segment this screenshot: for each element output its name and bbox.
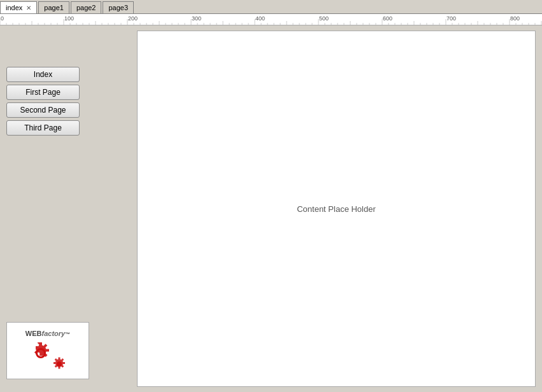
ruler (0, 14, 542, 25)
tab-page1[interactable]: page1 (38, 1, 69, 13)
gear-large-icon (29, 341, 53, 365)
left-panel: Index First Page Second Page Third Page … (0, 25, 137, 392)
tab-page3-label: page3 (108, 4, 128, 11)
first-page-button[interactable]: First Page (6, 85, 80, 100)
main-area: Index First Page Second Page Third Page … (0, 25, 542, 392)
logo-suffix: factory (41, 330, 65, 337)
tab-index[interactable]: index ✕ (0, 1, 37, 13)
tab-page3[interactable]: page3 (103, 1, 134, 13)
logo-text: WEBfactory™ (25, 330, 70, 337)
tab-bar: index ✕ page1 page2 page3 (0, 0, 542, 14)
gears-container (29, 341, 67, 372)
tab-page2[interactable]: page2 (71, 1, 102, 13)
tab-index-label: index (6, 4, 22, 11)
content-placeholder: Content Place Holder (297, 204, 376, 214)
third-page-button[interactable]: Third Page (6, 120, 80, 136)
content-area: Content Place Holder (137, 31, 536, 387)
index-button[interactable]: Index (6, 67, 80, 82)
logo-prefix: WEB (25, 330, 42, 337)
nav-buttons: Index First Page Second Page Third Page (6, 67, 131, 136)
logo-trademark: ™ (65, 332, 70, 337)
tab-close-icon[interactable]: ✕ (26, 4, 31, 11)
tab-page1-label: page1 (44, 4, 64, 11)
gear-small-icon (52, 356, 67, 372)
logo-box: WEBfactory™ (6, 322, 89, 379)
second-page-button[interactable]: Second Page (6, 102, 80, 118)
tab-page2-label: page2 (76, 4, 96, 11)
